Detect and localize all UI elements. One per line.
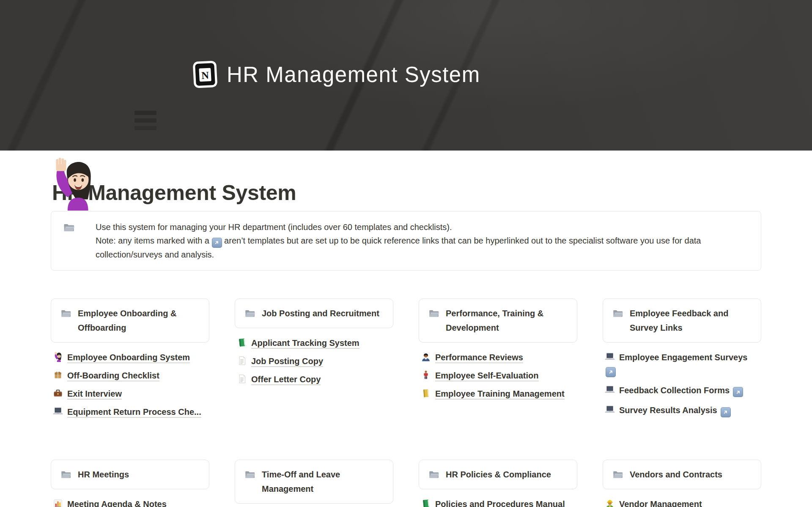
callout-intro: Use this system for managing your HR dep…: [96, 220, 749, 234]
construction-worker-icon: [605, 499, 615, 507]
arrow-ne-icon: [722, 409, 729, 415]
section-performance-training: Performance, Training & Development Perf…: [419, 299, 577, 399]
sections-row-1: Employee Onboarding & Offboarding Employ…: [51, 299, 761, 460]
office-worker-icon: [421, 352, 431, 362]
page-title: HR Management System: [52, 182, 761, 204]
link-label: Equipment Return Process Che...: [67, 407, 201, 418]
link-label: Meeting Agenda & Notes: [67, 499, 167, 507]
link-employee-training-management[interactable]: Employee Training Management: [421, 388, 577, 399]
link-label: Job Posting Copy: [251, 356, 323, 367]
section-links: Performance Reviews Employee Self-Evalua…: [419, 352, 577, 399]
section-header-card: Employee Onboarding & Offboarding: [51, 299, 209, 343]
section-title: Job Posting and Recruitment: [262, 306, 379, 321]
folder-open-icon: [612, 308, 623, 319]
link-label: Employee Training Management: [435, 389, 565, 400]
external-link-arrow-icon: [606, 367, 616, 377]
callout-text: Use this system for managing your HR dep…: [96, 220, 749, 261]
ledger-book-icon: [421, 388, 431, 398]
sections-row-2: HR Meetings Meeting Agenda & Notes Time-…: [51, 460, 761, 507]
section-header-card: Performance, Training & Development: [419, 299, 577, 343]
laptop-icon: [605, 385, 615, 395]
link-performance-reviews[interactable]: Performance Reviews: [421, 352, 577, 362]
page-content: HR Management System Use this system for…: [0, 182, 812, 507]
page-emoji-icon[interactable]: [52, 157, 94, 211]
folder-open-icon: [244, 469, 255, 480]
link-job-posting-copy[interactable]: Job Posting Copy: [237, 356, 393, 366]
link-label: Policies and Procedures Manual: [435, 499, 565, 507]
person-standing-icon: [421, 370, 431, 380]
section-header-card: Vendors and Contracts: [603, 460, 761, 489]
arrow-ne-icon: [214, 239, 220, 246]
link-applicant-tracking-system[interactable]: Applicant Tracking System: [237, 337, 393, 348]
link-label: Off-Boarding Checklist: [67, 371, 159, 381]
link-survey-results-analysis[interactable]: Survey Results Analysis: [605, 405, 761, 417]
link-label: Performance Reviews: [435, 353, 523, 363]
sections: Employee Onboarding & Offboarding Employ…: [51, 299, 761, 507]
external-link-arrow-icon: [721, 407, 731, 417]
notion-logo-icon: N: [191, 59, 219, 90]
link-label: Feedback Collection Forms: [619, 386, 730, 395]
section-time-off-leave: Time-Off and Leave Management: [235, 460, 393, 504]
green-book-icon: [421, 499, 431, 507]
link-label: Employee Onboarding System: [67, 353, 190, 363]
callout-note-prefix: Note: any items marked with a: [96, 236, 212, 245]
folder-open-icon: [63, 222, 75, 233]
link-employee-onboarding-system[interactable]: Employee Onboarding System: [53, 352, 209, 362]
link-label: Exit Interview: [67, 389, 122, 400]
link-meeting-agenda-notes[interactable]: Meeting Agenda & Notes: [53, 499, 209, 507]
link-equipment-return-process[interactable]: Equipment Return Process Che...: [53, 406, 209, 417]
section-header-card: Time-Off and Leave Management: [235, 460, 393, 504]
folder-open-icon: [60, 308, 71, 319]
section-links: Vendor Management: [603, 499, 761, 507]
section-title: Employee Feedback and Survey Links: [630, 306, 728, 335]
section-onboarding-offboarding: Employee Onboarding & Offboarding Employ…: [51, 299, 209, 417]
folder-open-icon: [612, 469, 623, 480]
link-label: Employee Engagement Surveys: [619, 353, 747, 362]
green-book-icon: [237, 337, 247, 348]
link-policies-procedures-manual[interactable]: Policies and Procedures Manual: [421, 499, 577, 507]
folder-open-icon: [60, 469, 71, 480]
section-hr-meetings: HR Meetings Meeting Agenda & Notes: [51, 460, 209, 507]
link-exit-interview[interactable]: Exit Interview: [53, 388, 209, 399]
section-title: Vendors and Contracts: [630, 467, 722, 482]
link-off-boarding-checklist[interactable]: Off-Boarding Checklist: [53, 370, 209, 381]
link-feedback-collection-forms[interactable]: Feedback Collection Forms: [605, 385, 761, 397]
bar-chart-icon: [53, 499, 63, 507]
callout-note: Note: any items marked with a aren’t tem…: [96, 234, 749, 261]
arrow-ne-icon: [735, 389, 741, 395]
woman-raising-hand-icon: [53, 352, 63, 362]
link-offer-letter-copy[interactable]: Offer Letter Copy: [237, 374, 393, 384]
section-links: Policies and Procedures Manual: [419, 499, 577, 507]
folder-open-icon: [428, 308, 439, 319]
link-employee-engagement-surveys[interactable]: Employee Engagement Surveys: [605, 352, 761, 377]
folder-open-icon: [244, 308, 255, 319]
info-callout: Use this system for managing your HR dep…: [51, 211, 761, 271]
cover-title: HR Management System: [227, 64, 480, 85]
link-vendor-management[interactable]: Vendor Management: [605, 499, 761, 507]
section-header-card: Employee Feedback and Survey Links: [603, 299, 761, 343]
section-title: Performance, Training & Development: [446, 306, 543, 335]
page-document-icon: [237, 356, 247, 366]
laptop-icon: [605, 405, 615, 415]
section-feedback-survey-links: Employee Feedback and Survey Links Emplo…: [603, 299, 761, 417]
link-employee-self-evaluation[interactable]: Employee Self-Evaluation: [421, 370, 577, 381]
external-link-arrow-icon: [212, 238, 222, 248]
link-label: Employee Self-Evaluation: [435, 371, 539, 381]
section-links: Applicant Tracking System Job Posting Co…: [235, 337, 393, 384]
laptop-icon: [53, 406, 63, 417]
link-label: Applicant Tracking System: [251, 338, 359, 349]
section-links: Meeting Agenda & Notes: [51, 499, 209, 507]
svg-text:N: N: [201, 69, 209, 81]
link-label: Offer Letter Copy: [251, 375, 321, 385]
external-link-arrow-icon: [733, 387, 743, 397]
laptop-icon: [605, 352, 615, 362]
section-job-posting-recruitment: Job Posting and Recruitment Applicant Tr…: [235, 299, 393, 384]
section-links: Employee Onboarding System Off-Boarding …: [51, 352, 209, 417]
folder-open-icon: [428, 469, 439, 480]
section-hr-policies-compliance: HR Policies & Compliance Policies and Pr…: [419, 460, 577, 507]
section-title: Time-Off and Leave Management: [262, 467, 340, 496]
page-document-icon: [237, 374, 247, 384]
section-links: Employee Engagement Surveys Feedback Col…: [603, 352, 761, 417]
section-title: HR Policies & Compliance: [446, 467, 551, 482]
link-label: Survey Results Analysis: [619, 406, 717, 415]
